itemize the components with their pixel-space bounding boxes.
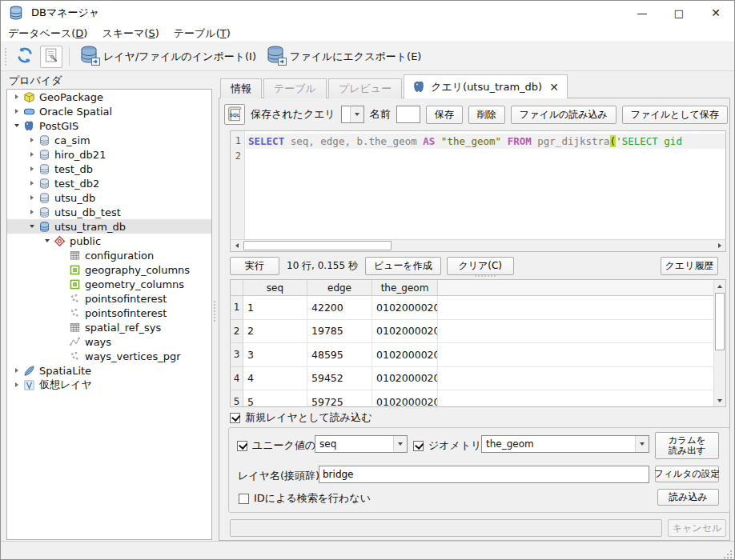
column-header-seq[interactable]: seq bbox=[243, 280, 307, 296]
menu-item-T[interactable]: テーブル(T) bbox=[167, 25, 238, 42]
tree-item-PostGIS[interactable]: PostGIS bbox=[7, 118, 211, 133]
scroll-left-icon[interactable] bbox=[231, 240, 243, 251]
set-filter-button[interactable]: フィルタの設定 bbox=[655, 466, 719, 482]
minimize-button[interactable]: — bbox=[624, 1, 661, 25]
tree-item-ca_sim[interactable]: ca_sim bbox=[7, 133, 211, 147]
scrollbar-thumb[interactable] bbox=[243, 241, 392, 250]
saved-query-combobox[interactable] bbox=[341, 106, 364, 123]
cell[interactable]: 0102000020E61... bbox=[372, 390, 438, 407]
tab-info[interactable]: 情報 bbox=[220, 78, 262, 98]
expand-arrow-icon[interactable] bbox=[26, 162, 38, 176]
read-columns-button[interactable]: カラムを 読み出す bbox=[655, 432, 719, 459]
cell[interactable]: 0102000020E61... bbox=[372, 367, 438, 391]
cell[interactable]: 0102000020E61... bbox=[372, 343, 438, 367]
tree-item-geography_columns[interactable]: geography_columns bbox=[7, 262, 211, 277]
tab-query[interactable]: クエリ(utsu_tram_db) ✕ bbox=[404, 74, 568, 98]
sql-window-button[interactable] bbox=[40, 46, 62, 68]
expand-arrow-icon[interactable] bbox=[10, 90, 23, 104]
cell[interactable]: 48595 bbox=[307, 343, 372, 367]
column-header-edge[interactable]: edge bbox=[307, 280, 372, 296]
expand-arrow-icon[interactable] bbox=[10, 378, 23, 392]
export-file-button[interactable]: ファイルにエクスポート(E) bbox=[261, 45, 426, 69]
tree-item-仮想レイヤ[interactable]: 仮想レイヤ bbox=[7, 378, 211, 392]
tree-item-SpatiaLite[interactable]: SpatiaLite bbox=[7, 363, 211, 378]
tree-item-hiro_db21[interactable]: hiro_db21 bbox=[7, 147, 211, 162]
delete-query-button[interactable]: 削除 bbox=[468, 106, 505, 124]
row-header[interactable]: 2 bbox=[231, 320, 243, 344]
tree-item-ways[interactable]: ways bbox=[7, 334, 211, 349]
expand-arrow-icon[interactable] bbox=[26, 205, 38, 219]
cell[interactable]: 19785 bbox=[307, 320, 372, 344]
import-layer-button[interactable]: レイヤ/ファイルのインポート(I) bbox=[74, 45, 261, 69]
query-name-input[interactable] bbox=[396, 106, 420, 123]
create-view-button[interactable]: ビューを作成 bbox=[365, 257, 441, 275]
query-history-button[interactable]: クエリ履歴 bbox=[661, 257, 718, 275]
saved-query-icon-button[interactable]: SQL bbox=[224, 104, 245, 125]
results-vertical-scrollbar[interactable] bbox=[713, 280, 725, 406]
close-button[interactable]: ✕ bbox=[697, 1, 734, 25]
tree-item-public[interactable]: public bbox=[7, 234, 211, 248]
sql-code-area[interactable]: SELECT seq, edge, b.the_geom AS "the_geo… bbox=[246, 131, 725, 239]
resize-grip[interactable] bbox=[724, 550, 732, 558]
tab-close-icon[interactable]: ✕ bbox=[549, 81, 559, 94]
expand-arrow-icon[interactable] bbox=[10, 104, 23, 118]
tree-item-test_db[interactable]: test_db bbox=[7, 162, 211, 176]
load-file-button[interactable]: ファイルの読み込み bbox=[511, 106, 617, 124]
expand-arrow-icon[interactable] bbox=[26, 219, 38, 234]
cell[interactable]: 1 bbox=[243, 296, 307, 320]
scroll-right-icon[interactable] bbox=[713, 240, 725, 251]
cell[interactable]: 0102000020E61... bbox=[372, 296, 438, 320]
menu-item-S[interactable]: スキーマ(S) bbox=[94, 25, 166, 42]
results-splitter-handle[interactable] bbox=[475, 275, 496, 278]
checkbox-icon[interactable] bbox=[237, 441, 247, 451]
tree-item-spatial_ref_sys[interactable]: spatial_ref_sys bbox=[7, 320, 211, 334]
tree-item-pointsofinterest[interactable]: pointsofinterest bbox=[7, 291, 211, 306]
execute-button[interactable]: 実行 bbox=[230, 257, 279, 275]
cell[interactable]: 2 bbox=[243, 320, 307, 344]
sql-horizontal-scrollbar[interactable] bbox=[231, 239, 725, 251]
row-header[interactable]: 5 bbox=[231, 390, 243, 407]
cell[interactable]: 42200 bbox=[307, 296, 372, 320]
checkbox-icon[interactable] bbox=[239, 494, 249, 504]
expand-arrow-icon[interactable] bbox=[41, 234, 54, 248]
refresh-button[interactable] bbox=[13, 46, 37, 68]
expand-arrow-icon[interactable] bbox=[10, 363, 23, 378]
scroll-up-icon[interactable] bbox=[714, 280, 725, 292]
save-as-file-button[interactable]: ファイルとして保存 bbox=[622, 106, 728, 124]
expand-arrow-icon[interactable] bbox=[26, 147, 38, 162]
scrollbar-thumb[interactable] bbox=[715, 293, 725, 350]
tree-item-configuration[interactable]: configuration bbox=[7, 248, 211, 262]
cell[interactable]: 0102000020E61... bbox=[372, 320, 438, 344]
tree-item-geometry_columns[interactable]: geometry_columns bbox=[7, 277, 211, 291]
expand-arrow-icon[interactable] bbox=[26, 190, 38, 205]
tree-item-Oracle Spatial[interactable]: Oracle Spatial bbox=[7, 104, 211, 118]
tree-item-utsu_db_test[interactable]: utsu_db_test bbox=[7, 205, 211, 219]
column-header-the_geom[interactable]: the_geom bbox=[372, 280, 438, 296]
maximize-button[interactable]: □ bbox=[661, 1, 697, 25]
load-as-new-layer-checkbox[interactable]: 新規レイヤとして読み込む bbox=[230, 410, 372, 425]
row-header[interactable]: 1 bbox=[231, 296, 243, 320]
panel-splitter[interactable] bbox=[214, 301, 216, 322]
tree-item-utsu_tram_db[interactable]: utsu_tram_db bbox=[7, 219, 211, 234]
tree-item-test_db2[interactable]: test_db2 bbox=[7, 176, 211, 190]
tree-item-utsu_db[interactable]: utsu_db bbox=[7, 190, 211, 205]
save-query-button[interactable]: 保存 bbox=[426, 106, 463, 124]
menu-item-D[interactable]: データベース(D) bbox=[1, 25, 94, 42]
geometry-column-combobox[interactable]: the_geom bbox=[481, 435, 649, 453]
cell[interactable]: 4 bbox=[243, 367, 307, 391]
avoid-id-select-checkbox[interactable]: IDによる検索を行わない bbox=[239, 491, 371, 506]
cell[interactable]: 59452 bbox=[307, 367, 372, 391]
expand-arrow-icon[interactable] bbox=[26, 176, 38, 190]
tree-item-pointsofinterest[interactable]: pointsofinterest bbox=[7, 306, 211, 320]
cell[interactable]: 5 bbox=[243, 390, 307, 407]
checkbox-icon[interactable] bbox=[230, 413, 240, 423]
row-header[interactable]: 3 bbox=[231, 343, 243, 367]
cancel-button[interactable]: キャンセル bbox=[668, 519, 726, 537]
cell[interactable]: 59725 bbox=[307, 390, 372, 407]
load-button[interactable]: 読み込み bbox=[657, 489, 719, 506]
expand-arrow-icon[interactable] bbox=[26, 133, 38, 147]
clear-button[interactable]: クリア(C) bbox=[447, 257, 514, 275]
cell[interactable]: 3 bbox=[243, 343, 307, 367]
unique-column-combobox[interactable]: seq bbox=[315, 435, 408, 453]
tree-item-GeoPackage[interactable]: GeoPackage bbox=[7, 90, 211, 104]
